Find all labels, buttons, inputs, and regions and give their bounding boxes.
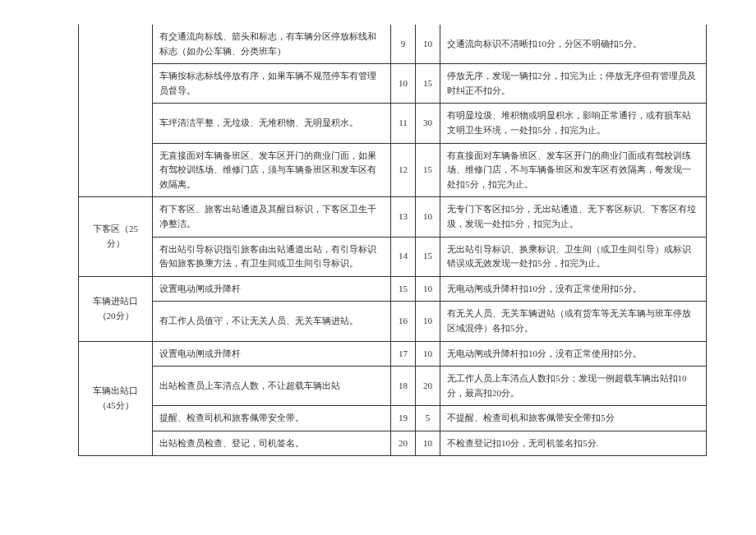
deduction-cell: 有无关人员、无关车辆进站（或有货车等无关车辆与班车停放区域混停）各扣5分。: [440, 302, 707, 341]
points-cell: 10: [416, 25, 440, 64]
index-cell: 15: [391, 276, 416, 302]
points-cell: 20: [416, 367, 440, 406]
points-cell: 15: [416, 237, 440, 276]
points-cell: 10: [416, 431, 440, 456]
points-cell: 15: [416, 64, 440, 104]
table-row: 车辆按标志标线停放有序，如果车辆不规范停车有管理员督导。1015停放无序，发现一…: [79, 64, 707, 104]
index-cell: 20: [391, 431, 416, 456]
deduction-cell: 交通流向标识不清晰扣10分，分区不明确扣5分。: [440, 25, 707, 64]
deduction-cell: 无工作人员上车清点人数扣5分；发现一例超载车辆出站扣10分，最高扣20分。: [440, 367, 707, 406]
index-cell: 19: [391, 406, 416, 431]
table-row: 无直接面对车辆备班区、发车区开门的商业门面，如果有驾校训练场、维修门店，须与车辆…: [79, 143, 707, 197]
deduction-cell: 不检查登记扣10分，无司机签名扣5分.: [440, 431, 707, 456]
points-cell: 10: [416, 276, 440, 302]
assessment-table: 有交通流向标线、箭头和标志，有车辆分区停放标线和标志（如办公车辆、分类班车）91…: [78, 25, 707, 456]
category-cell: [79, 25, 153, 197]
requirement-cell: 有出站引导标识指引旅客由出站通道出站，有引导标识告知旅客换乘方法，有卫生间或卫生…: [153, 237, 391, 276]
requirement-cell: 车辆按标志标线停放有序，如果车辆不规范停车有管理员督导。: [153, 64, 391, 104]
index-cell: 14: [391, 237, 416, 276]
requirement-cell: 无直接面对车辆备班区、发车区开门的商业门面，如果有驾校训练场、维修门店，须与车辆…: [153, 143, 391, 197]
requirement-cell: 车坪清洁平整，无垃圾、无堆积物、无明显积水。: [153, 104, 391, 143]
requirement-cell: 设置电动闸或升降杆: [153, 341, 391, 367]
category-cell: 下客区（25分）: [79, 197, 153, 276]
deduction-cell: 有明显垃圾、堆积物或明显积水，影响正常通行，或有损车站文明卫生环境，一处扣5分，…: [440, 104, 707, 143]
category-cell: 车辆进站口（20分）: [79, 276, 153, 341]
table-row: 有出站引导标识指引旅客由出站通道出站，有引导标识告知旅客换乘方法，有卫生间或卫生…: [79, 237, 707, 276]
index-cell: 11: [391, 104, 416, 143]
points-cell: 30: [416, 104, 440, 143]
requirement-cell: 有交通流向标线、箭头和标志，有车辆分区停放标线和标志（如办公车辆、分类班车）: [153, 25, 391, 64]
table-row: 车辆进站口（20分）设置电动闸或升降杆1510无电动闸或升降杆扣10分，没有正常…: [79, 276, 707, 302]
deduction-cell: 不提醒、检查司机和旅客佩带安全带扣5分: [440, 406, 707, 431]
deduction-cell: 停放无序，发现一辆扣2分，扣完为止；停放无序但有管理员及时纠正不扣分。: [440, 64, 707, 104]
table-row: 有交通流向标线、箭头和标志，有车辆分区停放标线和标志（如办公车辆、分类班车）91…: [79, 25, 707, 64]
category-cell: 车辆出站口（45分）: [79, 341, 153, 456]
requirement-cell: 有下客区、旅客出站通道及其醒目标识，下客区卫生干净整洁。: [153, 197, 391, 237]
index-cell: 13: [391, 197, 416, 237]
table-row: 车辆出站口（45分）设置电动闸或升降杆1710无电动闸或升降杆扣10分，没有正常…: [79, 341, 707, 367]
index-cell: 17: [391, 341, 416, 367]
index-cell: 18: [391, 367, 416, 406]
deduction-cell: 无电动闸或升降杆扣10分，没有正常使用扣5分。: [440, 276, 707, 302]
index-cell: 12: [391, 143, 416, 197]
table-row: 提醒、检查司机和旅客佩带安全带。195不提醒、检查司机和旅客佩带安全带扣5分: [79, 406, 707, 431]
table-row: 出站检查员上车清点人数，不让超载车辆出站1820无工作人员上车清点人数扣5分；发…: [79, 367, 707, 406]
points-cell: 10: [416, 197, 440, 237]
deduction-cell: 有直接面对车辆备班区、发车区开门的商业门面或有驾校训练场、维修门店，不与车辆备班…: [440, 143, 707, 197]
deduction-cell: 无出站引导标识、换乘标识、卫生间（或卫生间引导）或标识错误或无效发现一处扣5分，…: [440, 237, 707, 276]
index-cell: 16: [391, 302, 416, 341]
index-cell: 10: [391, 64, 416, 104]
points-cell: 10: [416, 341, 440, 367]
table-row: 出站检查员检查、登记，司机签名。2010不检查登记扣10分，无司机签名扣5分.: [79, 431, 707, 456]
requirement-cell: 提醒、检查司机和旅客佩带安全带。: [153, 406, 391, 431]
requirement-cell: 出站检查员上车清点人数，不让超载车辆出站: [153, 367, 391, 406]
table-row: 下客区（25分）有下客区、旅客出站通道及其醒目标识，下客区卫生干净整洁。1310…: [79, 197, 707, 237]
points-cell: 5: [416, 406, 440, 431]
requirement-cell: 出站检查员检查、登记，司机签名。: [153, 431, 391, 456]
index-cell: 9: [391, 25, 416, 64]
deduction-cell: 无专门下客区扣5分，无出站通道、无下客区标识、下客区有垃圾，发现一处扣5分，扣完…: [440, 197, 707, 237]
deduction-cell: 无电动闸或升降杆扣10分，没有正常使用扣5分。: [440, 341, 707, 367]
table-row: 车坪清洁平整，无垃圾、无堆积物、无明显积水。1130有明显垃圾、堆积物或明显积水…: [79, 104, 707, 143]
table-row: 有工作人员值守，不让无关人员、无关车辆进站。1610有无关人员、无关车辆进站（或…: [79, 302, 707, 341]
requirement-cell: 有工作人员值守，不让无关人员、无关车辆进站。: [153, 302, 391, 341]
points-cell: 15: [416, 143, 440, 197]
requirement-cell: 设置电动闸或升降杆: [153, 276, 391, 302]
points-cell: 10: [416, 302, 440, 341]
